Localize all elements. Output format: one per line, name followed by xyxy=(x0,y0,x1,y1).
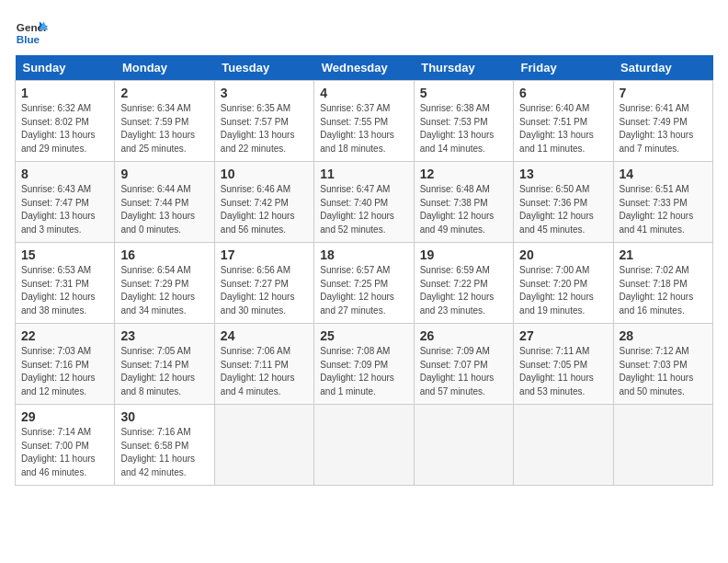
page-header: General Blue xyxy=(15,15,713,48)
col-header-wednesday: Wednesday xyxy=(314,55,414,81)
calendar-cell: 16Sunrise: 6:54 AMSunset: 7:29 PMDayligh… xyxy=(115,243,214,324)
cell-info: Sunrise: 7:14 AMSunset: 7:00 PMDaylight:… xyxy=(21,426,108,479)
cell-info: Sunrise: 7:16 AMSunset: 6:58 PMDaylight:… xyxy=(120,426,208,479)
calendar-table: SundayMondayTuesdayWednesdayThursdayFrid… xyxy=(15,55,713,486)
day-number: 4 xyxy=(320,86,407,100)
calendar-cell: 19Sunrise: 6:59 AMSunset: 7:22 PMDayligh… xyxy=(414,243,513,324)
calendar-cell: 14Sunrise: 6:51 AMSunset: 7:33 PMDayligh… xyxy=(613,162,712,243)
day-number: 17 xyxy=(221,247,308,262)
calendar-week-2: 8Sunrise: 6:43 AMSunset: 7:47 PMDaylight… xyxy=(16,162,713,243)
calendar-cell: 8Sunrise: 6:43 AMSunset: 7:47 PMDaylight… xyxy=(16,162,115,243)
calendar-cell xyxy=(314,405,414,486)
day-number: 12 xyxy=(420,167,507,181)
cell-info: Sunrise: 6:50 AMSunset: 7:36 PMDaylight:… xyxy=(519,183,607,236)
day-number: 18 xyxy=(320,247,407,262)
calendar-cell: 25Sunrise: 7:08 AMSunset: 7:09 PMDayligh… xyxy=(314,324,414,405)
calendar-cell xyxy=(613,405,712,486)
calendar-cell: 29Sunrise: 7:14 AMSunset: 7:00 PMDayligh… xyxy=(16,405,115,486)
cell-info: Sunrise: 7:00 AMSunset: 7:20 PMDaylight:… xyxy=(519,264,607,317)
cell-info: Sunrise: 7:06 AMSunset: 7:11 PMDaylight:… xyxy=(221,345,308,398)
day-number: 30 xyxy=(120,409,208,424)
cell-info: Sunrise: 6:41 AMSunset: 7:49 PMDaylight:… xyxy=(620,102,707,155)
day-number: 9 xyxy=(120,167,208,181)
day-number: 29 xyxy=(21,409,108,424)
day-number: 24 xyxy=(221,328,308,343)
calendar-week-4: 22Sunrise: 7:03 AMSunset: 7:16 PMDayligh… xyxy=(16,324,713,405)
cell-info: Sunrise: 6:43 AMSunset: 7:47 PMDaylight:… xyxy=(21,183,108,236)
day-number: 6 xyxy=(519,86,607,100)
col-header-tuesday: Tuesday xyxy=(214,55,313,81)
day-number: 3 xyxy=(221,86,308,100)
cell-info: Sunrise: 6:59 AMSunset: 7:22 PMDaylight:… xyxy=(420,264,507,317)
day-number: 15 xyxy=(21,247,108,262)
calendar-week-1: 1Sunrise: 6:32 AMSunset: 8:02 PMDaylight… xyxy=(16,81,713,162)
col-header-thursday: Thursday xyxy=(414,55,513,81)
calendar-cell: 27Sunrise: 7:11 AMSunset: 7:05 PMDayligh… xyxy=(514,324,613,405)
calendar-cell: 11Sunrise: 6:47 AMSunset: 7:40 PMDayligh… xyxy=(314,162,414,243)
calendar-cell: 4Sunrise: 6:37 AMSunset: 7:55 PMDaylight… xyxy=(314,81,414,162)
calendar-cell: 21Sunrise: 7:02 AMSunset: 7:18 PMDayligh… xyxy=(613,243,712,324)
calendar-cell: 15Sunrise: 6:53 AMSunset: 7:31 PMDayligh… xyxy=(16,243,115,324)
cell-info: Sunrise: 6:51 AMSunset: 7:33 PMDaylight:… xyxy=(620,183,707,236)
cell-info: Sunrise: 7:11 AMSunset: 7:05 PMDaylight:… xyxy=(519,345,607,398)
calendar-cell: 24Sunrise: 7:06 AMSunset: 7:11 PMDayligh… xyxy=(214,324,313,405)
day-number: 2 xyxy=(120,86,208,100)
day-number: 14 xyxy=(620,167,707,181)
calendar-cell: 6Sunrise: 6:40 AMSunset: 7:51 PMDaylight… xyxy=(514,81,613,162)
col-header-sunday: Sunday xyxy=(16,55,115,81)
cell-info: Sunrise: 6:40 AMSunset: 7:51 PMDaylight:… xyxy=(519,102,607,155)
cell-info: Sunrise: 6:37 AMSunset: 7:55 PMDaylight:… xyxy=(320,102,407,155)
day-number: 22 xyxy=(21,328,108,343)
cell-info: Sunrise: 6:54 AMSunset: 7:29 PMDaylight:… xyxy=(120,264,208,317)
day-number: 13 xyxy=(519,167,607,181)
col-header-monday: Monday xyxy=(115,55,214,81)
day-number: 11 xyxy=(320,167,407,181)
cell-info: Sunrise: 6:48 AMSunset: 7:38 PMDaylight:… xyxy=(420,183,507,236)
cell-info: Sunrise: 6:56 AMSunset: 7:27 PMDaylight:… xyxy=(221,264,308,317)
cell-info: Sunrise: 7:12 AMSunset: 7:03 PMDaylight:… xyxy=(620,345,707,398)
calendar-cell: 9Sunrise: 6:44 AMSunset: 7:44 PMDaylight… xyxy=(115,162,214,243)
calendar-cell: 23Sunrise: 7:05 AMSunset: 7:14 PMDayligh… xyxy=(115,324,214,405)
calendar-week-3: 15Sunrise: 6:53 AMSunset: 7:31 PMDayligh… xyxy=(16,243,713,324)
svg-text:Blue: Blue xyxy=(17,33,40,45)
cell-info: Sunrise: 6:57 AMSunset: 7:25 PMDaylight:… xyxy=(320,264,407,317)
logo-icon: General Blue xyxy=(15,15,48,48)
day-number: 8 xyxy=(21,167,108,181)
calendar-cell: 3Sunrise: 6:35 AMSunset: 7:57 PMDaylight… xyxy=(214,81,313,162)
calendar-cell: 17Sunrise: 6:56 AMSunset: 7:27 PMDayligh… xyxy=(214,243,313,324)
cell-info: Sunrise: 6:35 AMSunset: 7:57 PMDaylight:… xyxy=(221,102,308,155)
calendar-cell: 2Sunrise: 6:34 AMSunset: 7:59 PMDaylight… xyxy=(115,81,214,162)
day-number: 10 xyxy=(221,167,308,181)
day-number: 7 xyxy=(620,86,707,100)
day-number: 1 xyxy=(21,86,108,100)
calendar-cell: 28Sunrise: 7:12 AMSunset: 7:03 PMDayligh… xyxy=(613,324,712,405)
day-number: 25 xyxy=(320,328,407,343)
calendar-cell: 30Sunrise: 7:16 AMSunset: 6:58 PMDayligh… xyxy=(115,405,214,486)
calendar-cell: 13Sunrise: 6:50 AMSunset: 7:36 PMDayligh… xyxy=(514,162,613,243)
calendar-cell xyxy=(514,405,613,486)
logo: General Blue xyxy=(15,15,48,48)
calendar-cell: 26Sunrise: 7:09 AMSunset: 7:07 PMDayligh… xyxy=(414,324,513,405)
cell-info: Sunrise: 7:03 AMSunset: 7:16 PMDaylight:… xyxy=(21,345,108,398)
calendar-cell: 7Sunrise: 6:41 AMSunset: 7:49 PMDaylight… xyxy=(613,81,712,162)
cell-info: Sunrise: 7:08 AMSunset: 7:09 PMDaylight:… xyxy=(320,345,407,398)
cell-info: Sunrise: 7:09 AMSunset: 7:07 PMDaylight:… xyxy=(420,345,507,398)
calendar-cell: 1Sunrise: 6:32 AMSunset: 8:02 PMDaylight… xyxy=(16,81,115,162)
day-number: 27 xyxy=(519,328,607,343)
col-header-saturday: Saturday xyxy=(613,55,712,81)
calendar-cell: 22Sunrise: 7:03 AMSunset: 7:16 PMDayligh… xyxy=(16,324,115,405)
cell-info: Sunrise: 6:46 AMSunset: 7:42 PMDaylight:… xyxy=(221,183,308,236)
day-number: 16 xyxy=(120,247,208,262)
calendar-cell xyxy=(214,405,313,486)
cell-info: Sunrise: 7:05 AMSunset: 7:14 PMDaylight:… xyxy=(120,345,208,398)
col-header-friday: Friday xyxy=(514,55,613,81)
day-number: 5 xyxy=(420,86,507,100)
calendar-cell: 18Sunrise: 6:57 AMSunset: 7:25 PMDayligh… xyxy=(314,243,414,324)
calendar-cell: 10Sunrise: 6:46 AMSunset: 7:42 PMDayligh… xyxy=(214,162,313,243)
cell-info: Sunrise: 6:38 AMSunset: 7:53 PMDaylight:… xyxy=(420,102,507,155)
day-number: 28 xyxy=(620,328,707,343)
day-number: 21 xyxy=(620,247,707,262)
day-number: 23 xyxy=(120,328,208,343)
day-number: 26 xyxy=(420,328,507,343)
day-number: 20 xyxy=(519,247,607,262)
